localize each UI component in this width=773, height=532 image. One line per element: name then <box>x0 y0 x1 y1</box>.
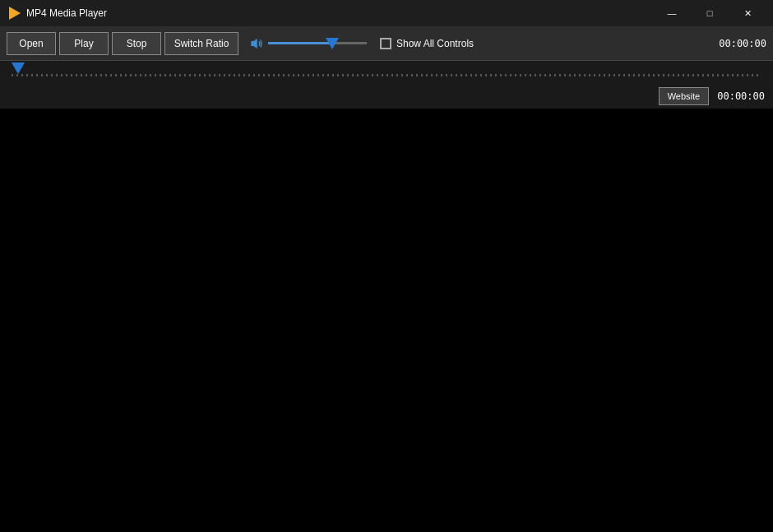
toolbar: Open Play Stop Switch Ratio Show All Con… <box>0 26 773 61</box>
play-button[interactable]: Play <box>59 32 109 55</box>
window-title: MP4 Media Player <box>26 7 107 19</box>
switch-ratio-button[interactable]: Switch Ratio <box>164 32 238 55</box>
progress-thumb[interactable] <box>12 62 25 74</box>
minimize-button[interactable]: — <box>653 0 691 26</box>
speaker-icon[interactable] <box>248 35 265 52</box>
video-area <box>0 109 773 532</box>
open-button[interactable]: Open <box>7 32 56 55</box>
close-button[interactable]: ✕ <box>729 0 766 26</box>
title-bar: MP4 Media Player — □ ✕ <box>0 0 773 26</box>
window-controls: — □ ✕ <box>653 0 766 26</box>
website-button[interactable]: Website <box>659 87 710 105</box>
progress-track[interactable] <box>12 74 761 76</box>
volume-section <box>248 35 367 52</box>
volume-track <box>268 42 367 44</box>
bottom-time: 00:00:00 <box>717 90 765 102</box>
stop-button[interactable]: Stop <box>112 32 161 55</box>
volume-slider[interactable] <box>268 35 367 52</box>
play-triangle-icon <box>9 7 21 20</box>
title-bar-left: MP4 Media Player <box>8 7 107 20</box>
progress-area[interactable] <box>0 61 773 84</box>
show-all-controls-label: Show All Controls <box>396 38 474 49</box>
app-icon <box>8 7 21 20</box>
maximize-button[interactable]: □ <box>691 0 729 26</box>
svg-marker-0 <box>251 39 257 49</box>
show-all-controls-checkbox[interactable] <box>380 38 391 49</box>
show-controls-section: Show All Controls <box>380 38 474 49</box>
elapsed-time: 00:00:00 <box>719 38 766 49</box>
volume-thumb[interactable] <box>326 38 339 49</box>
bottom-bar: Website 00:00:00 <box>0 84 773 109</box>
volume-fill <box>268 42 332 44</box>
